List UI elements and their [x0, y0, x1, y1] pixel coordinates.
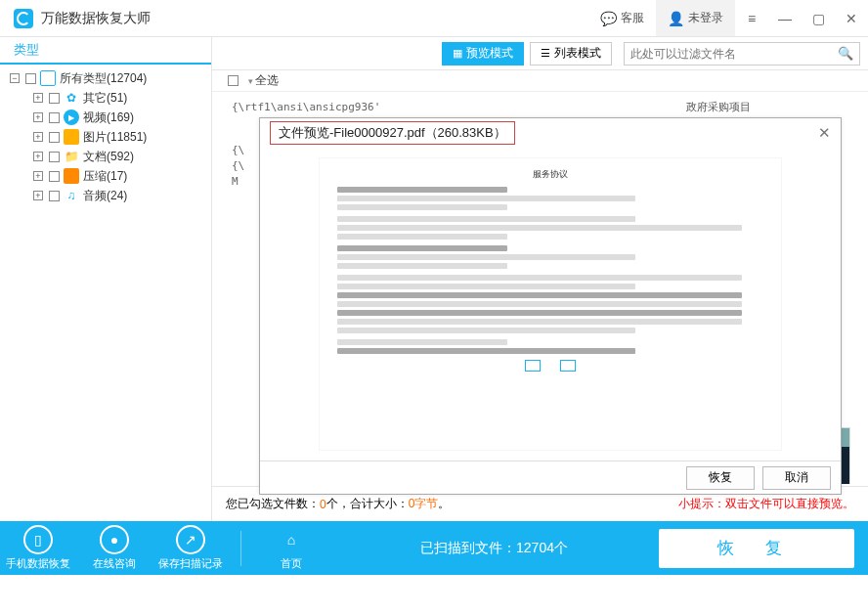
file-type-tree: − 所有类型(12704) + ✿ 其它(51) + ▶ 视频(169) + [0, 65, 211, 209]
save-scan-label: 保存扫描记录 [152, 556, 229, 571]
list-mode-label: 列表模式 [554, 45, 601, 62]
scan-suffix: 个 [554, 540, 568, 555]
save-scan-button[interactable]: ↗ 保存扫描记录 [152, 525, 229, 571]
folder-icon: 📁 [64, 149, 79, 164]
home-button[interactable]: ⌂ 首页 [253, 525, 329, 571]
scan-count: 已扫描到文件：12704个 [329, 540, 659, 557]
chevron-down-icon[interactable]: ▾ [248, 76, 253, 86]
minimize-button[interactable]: — [768, 0, 802, 37]
menu-button[interactable]: ≡ [735, 0, 768, 37]
node-checkbox[interactable] [49, 171, 60, 182]
search-box: 🔍 [624, 42, 861, 66]
divider [240, 531, 241, 566]
image-icon [64, 129, 79, 145]
expand-icon[interactable]: + [33, 112, 43, 122]
preview-mode-label: 预览模式 [466, 45, 513, 62]
sidebar: 类型 − 所有类型(12704) + ✿ 其它(51) + ▶ 视频(169) [0, 37, 212, 521]
node-label: 文档(592) [83, 149, 134, 165]
node-label: 压缩(17) [83, 168, 127, 185]
grid-icon: ▦ [453, 47, 462, 60]
app-logo-icon [14, 9, 33, 28]
select-all-checkbox[interactable] [228, 75, 239, 86]
modal-titlebar: 文件预览-File0000927.pdf（260.83KB） ✕ [260, 118, 841, 148]
node-label: 其它(51) [83, 90, 127, 107]
login-button[interactable]: 👤 未登录 [656, 0, 735, 36]
node-checkbox[interactable] [49, 93, 60, 104]
phone-icon: ▯ [23, 525, 53, 554]
tree-node-video[interactable]: + ▶ 视频(169) [0, 108, 211, 127]
action-bar: ▯ 手机数据恢复 ● 在线咨询 ↗ 保存扫描记录 ⌂ 首页 已扫描到文件：127… [0, 521, 868, 575]
search-input[interactable] [630, 47, 839, 61]
status-prefix: 您已勾选文件数： [226, 496, 320, 512]
modal-close-icon[interactable]: ✕ [818, 124, 831, 142]
home-icon: ⌂ [277, 525, 306, 554]
node-checkbox[interactable] [49, 112, 60, 123]
modal-footer: 恢复 取消 [260, 460, 841, 494]
modal-recover-button[interactable]: 恢复 [686, 466, 755, 490]
phone-recover-label: 手机数据恢复 [0, 556, 76, 571]
consult-icon: ● [100, 525, 129, 554]
node-checkbox[interactable] [49, 191, 60, 201]
fullscreen-icon[interactable] [525, 360, 541, 372]
fit-icon[interactable] [560, 360, 576, 372]
close-button[interactable]: ✕ [835, 0, 868, 37]
modal-title: 文件预览-File0000927.pdf（260.83KB） [270, 121, 515, 145]
tree-node-other[interactable]: + ✿ 其它(51) [0, 88, 211, 108]
modal-cancel-button[interactable]: 取消 [762, 466, 831, 490]
tree-node-doc[interactable]: + 📁 文档(592) [0, 147, 211, 166]
archive-icon [64, 168, 79, 184]
scan-prefix: 已扫描到文件： [420, 540, 516, 555]
tab-type[interactable]: 类型 [0, 41, 53, 59]
toolbar: ▦ 预览模式 ☰ 列表模式 🔍 [212, 37, 868, 70]
chat-icon: 💬 [600, 11, 617, 26]
bg-line: {\rtf1\ansi\ansicpg936' [232, 100, 848, 115]
expand-icon[interactable]: + [33, 132, 43, 142]
doc-header: 服务协议 [337, 168, 763, 181]
root-checkbox[interactable] [25, 73, 36, 84]
status-mid: 个，合计大小： [326, 496, 409, 512]
expand-icon[interactable]: + [33, 152, 43, 161]
node-label: 图片(11851) [83, 129, 147, 146]
select-all-label: 全选 [255, 72, 279, 89]
node-label: 视频(169) [83, 110, 134, 126]
expand-icon[interactable]: + [33, 93, 43, 103]
node-label: 音频(24) [83, 188, 127, 204]
app-title: 万能数据恢复大师 [41, 10, 588, 27]
collapse-icon[interactable]: − [10, 73, 20, 83]
select-all-row: ▾ 全选 [212, 70, 868, 92]
video-icon: ▶ [64, 110, 79, 125]
online-consult-button[interactable]: ● 在线咨询 [76, 525, 152, 571]
support-label: 客服 [621, 10, 644, 26]
support-button[interactable]: 💬 客服 [588, 0, 656, 36]
gear-icon: ✿ [64, 90, 79, 106]
login-label: 未登录 [688, 10, 723, 26]
modal-body: 服务协议 [260, 148, 841, 460]
list-mode-button[interactable]: ☰ 列表模式 [530, 42, 612, 66]
titlebar-right: 💬 客服 👤 未登录 ≡ — ▢ ✕ [588, 0, 868, 36]
tree-root[interactable]: − 所有类型(12704) [0, 68, 211, 88]
status-tip: 小提示：双击文件可以直接预览。 [678, 496, 854, 512]
status-suffix: 。 [438, 496, 450, 512]
scan-number: 12704 [516, 540, 554, 555]
node-checkbox[interactable] [49, 132, 60, 143]
search-icon[interactable]: 🔍 [838, 46, 853, 61]
file-preview-modal: 文件预览-File0000927.pdf（260.83KB） ✕ 服务协议 [259, 117, 842, 495]
selected-count: 0 [320, 498, 326, 511]
expand-icon[interactable]: + [33, 171, 43, 181]
node-checkbox[interactable] [49, 152, 60, 162]
root-label: 所有类型(12704) [60, 70, 147, 87]
phone-recover-button[interactable]: ▯ 手机数据恢复 [0, 525, 76, 571]
title-bar: 万能数据恢复大师 💬 客服 👤 未登录 ≡ — ▢ ✕ [0, 0, 868, 37]
preview-mode-button[interactable]: ▦ 预览模式 [442, 42, 524, 66]
tree-node-image[interactable]: + 图片(11851) [0, 127, 211, 147]
online-consult-label: 在线咨询 [76, 556, 152, 571]
document-preview: 服务协议 [319, 157, 782, 451]
save-icon: ↗ [176, 525, 205, 554]
drive-icon [40, 70, 56, 86]
selected-size: 0字节 [409, 496, 439, 512]
maximize-button[interactable]: ▢ [802, 0, 835, 37]
tree-node-zip[interactable]: + 压缩(17) [0, 166, 211, 186]
tree-node-audio[interactable]: + ♫ 音频(24) [0, 186, 211, 205]
expand-icon[interactable]: + [33, 191, 43, 200]
recover-button[interactable]: 恢 复 [659, 529, 854, 568]
